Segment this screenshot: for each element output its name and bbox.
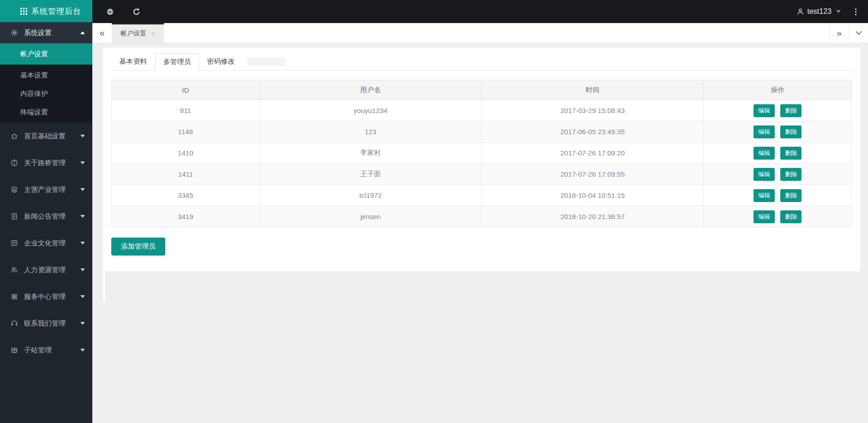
table-header-row: ID 用户名 时间 操作 (112, 80, 852, 100)
delete-button[interactable]: 删除 (780, 147, 802, 160)
people-icon (10, 266, 18, 274)
tabbar-spacer (164, 23, 829, 43)
cell-time: 2017-06-05 23:49:35 (482, 121, 704, 143)
cell-time: 2018-10-20 21:36:57 (482, 206, 704, 227)
cell-id: 3345 (112, 185, 260, 206)
delete-button[interactable]: 删除 (780, 210, 802, 223)
cell-time: 2017-07-26 17:09:20 (482, 143, 704, 164)
caret-down-icon (80, 188, 85, 191)
service-icon (10, 293, 18, 300)
caret-down-icon (80, 349, 85, 352)
cell-actions: 编辑 删除 (704, 100, 852, 121)
tab-multi-admin[interactable]: 多管理员 (155, 53, 199, 71)
delete-button[interactable]: 删除 (780, 104, 802, 117)
edit-button[interactable]: 编辑 (753, 147, 775, 160)
edit-button[interactable]: 编辑 (753, 125, 775, 138)
refresh-icon[interactable] (133, 8, 140, 16)
cell-username: 123 (259, 121, 482, 143)
layers-icon (10, 186, 18, 193)
sidebar-item-basic-settings[interactable]: 基本设置 (0, 66, 92, 84)
app-title: 系统管理后台 (31, 6, 81, 17)
content-area: 基本资料 多管理员 密码修改 ID 用户名 时间 操作 (92, 43, 868, 423)
caret-down-icon (80, 215, 85, 218)
edit-button[interactable]: 编辑 (753, 189, 775, 202)
app-root: 系统管理后台 系统设置 帐户设置 基本设置 内容保护 终端设置 (0, 0, 868, 423)
column-header-actions: 操作 (704, 80, 852, 100)
cell-id: 1410 (112, 143, 260, 164)
globe-icon[interactable] (106, 8, 114, 16)
delete-button[interactable]: 删除 (780, 168, 802, 181)
cell-username: jensen (259, 206, 482, 227)
edit-button[interactable]: 编辑 (753, 104, 775, 117)
admin-table: ID 用户名 时间 操作 811 youyu1234 2017-03-29 15… (111, 80, 852, 227)
subsite-icon (10, 346, 18, 354)
cell-actions: 编辑 删除 (704, 143, 852, 164)
cell-id: 1411 (112, 164, 260, 185)
caret-down-icon (80, 242, 85, 244)
headset-icon (10, 320, 18, 327)
grid-icon (20, 8, 27, 15)
tab-label: 帐户设置 (121, 30, 146, 38)
cell-username: youyu1234 (259, 100, 482, 121)
tabbar: « 帐户设置 × » (92, 23, 868, 43)
table-row: 1148 123 2017-06-05 23:49:35 编辑 删除 (112, 121, 852, 143)
close-icon[interactable]: × (151, 30, 155, 37)
picture-icon (10, 239, 18, 247)
table-row: 3345 tcl1972 2018-10-04 10:51:15 编辑 删除 (112, 185, 852, 206)
sidebar-item-account-settings[interactable]: 帐户设置 (0, 43, 92, 65)
cell-time: 2017-07-26 17:09:55 (482, 164, 704, 185)
sidebar-group-service-center[interactable]: 服务中心管理 (0, 283, 92, 310)
delete-button[interactable]: 删除 (780, 189, 802, 202)
cell-actions: 编辑 删除 (704, 206, 852, 227)
sidebar-item-terminal-settings[interactable]: 终端设置 (0, 103, 92, 121)
sidebar-group-news[interactable]: 新闻公告管理 (0, 203, 92, 230)
cell-username: tcl1972 (259, 185, 482, 206)
add-admin-button[interactable]: 添加管理员 (111, 238, 165, 256)
tab-account-settings[interactable]: 帐户设置 × (112, 23, 164, 43)
cell-username: 王子面 (259, 164, 482, 185)
topbar: test123 (92, 0, 868, 23)
panel-edge-sliver (103, 271, 105, 302)
table-row: 3419 jensen 2018-10-20 21:36:57 编辑 删除 (112, 206, 852, 227)
sidebar-group-label: 系统设置 (24, 29, 80, 37)
column-header-username: 用户名 (259, 80, 482, 100)
collapse-tabbar-button[interactable] (849, 23, 868, 43)
scroll-tabs-right-button[interactable]: » (829, 23, 849, 43)
table-row: 1411 王子面 2017-07-26 17:09:55 编辑 删除 (112, 164, 852, 185)
sidebar-group-hr[interactable]: 人力资源管理 (0, 256, 92, 283)
sidebar-group-homepage[interactable]: 首页基础设置 (0, 123, 92, 149)
cell-username: 李家村 (259, 143, 482, 164)
app-logo: 系统管理后台 (0, 0, 92, 22)
cell-actions: 编辑 删除 (704, 164, 852, 185)
table-row: 1410 李家村 2017-07-26 17:09:20 编辑 删除 (112, 143, 852, 164)
info-icon (10, 159, 18, 167)
tab-change-password[interactable]: 密码修改 (199, 53, 243, 70)
news-icon (10, 213, 18, 220)
caret-down-icon (836, 10, 841, 13)
kebab-menu-icon[interactable] (855, 8, 857, 16)
cell-id: 3419 (112, 206, 260, 227)
user-menu[interactable]: test123 (796, 7, 841, 16)
sidebar-group-system-settings[interactable]: 系统设置 (0, 22, 92, 43)
account-settings-panel: 基本资料 多管理员 密码修改 ID 用户名 时间 操作 (103, 48, 860, 271)
cell-time: 2018-10-04 10:51:15 (482, 185, 704, 206)
delete-button[interactable]: 删除 (780, 125, 802, 138)
sidebar-nav: 系统设置 帐户设置 基本设置 内容保护 终端设置 首页基础设置 (0, 22, 92, 363)
gear-icon (10, 29, 18, 36)
sidebar-group-industry[interactable]: 主营产业管理 (0, 176, 92, 203)
column-header-time: 时间 (482, 80, 704, 100)
column-header-id: ID (112, 80, 260, 100)
edit-button[interactable]: 编辑 (753, 168, 775, 181)
sidebar-group-subsite[interactable]: 子站管理 (0, 337, 92, 363)
sidebar-item-label: 帐户设置 (20, 50, 48, 59)
cell-time: 2017-03-29 15:08:43 (482, 100, 704, 121)
sidebar-item-content-protection[interactable]: 内容保护 (0, 84, 92, 103)
sidebar-group-culture[interactable]: 企业文化管理 (0, 230, 92, 256)
sidebar-group-contact[interactable]: 联系我们管理 (0, 310, 92, 337)
edit-button[interactable]: 编辑 (753, 210, 775, 223)
sidebar-group-about[interactable]: 关于路桥管理 (0, 149, 92, 176)
tab-basic-profile[interactable]: 基本资料 (111, 53, 155, 70)
caret-down-icon (80, 135, 85, 137)
cell-id: 811 (112, 100, 260, 121)
scroll-tabs-left-button[interactable]: « (92, 23, 112, 43)
